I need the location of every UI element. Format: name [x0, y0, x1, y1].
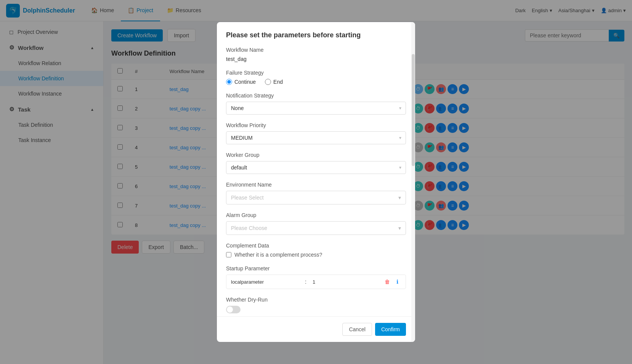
alarm-group-label: Alarm Group	[226, 212, 406, 218]
alarm-select[interactable]: Please Choose ▾	[226, 221, 406, 235]
dry-run-label: Whether Dry-Run	[226, 297, 406, 303]
form-group-dry-run: Whether Dry-Run	[226, 297, 406, 313]
notification-label: Notification Strategy	[226, 93, 406, 99]
modal-scrollbar-track	[411, 22, 415, 342]
alarm-placeholder: Please Choose	[231, 225, 267, 231]
dry-run-toggle[interactable]	[226, 306, 241, 313]
workflow-name-label: Workflow Name	[226, 47, 406, 53]
param-value: 1	[313, 279, 380, 285]
param-delete-icon[interactable]: 🗑	[383, 278, 391, 286]
environment-select[interactable]: Please Select ▾	[226, 191, 406, 204]
worker-group-label: Worker Group	[226, 152, 406, 158]
form-group-notification: Notification Strategy None Success Failu…	[226, 93, 406, 115]
failure-continue-radio[interactable]	[226, 79, 232, 85]
priority-select[interactable]: HIGHEST HIGH MEDIUM LOW LOWEST	[226, 131, 406, 144]
failure-end-radio[interactable]	[265, 79, 271, 85]
modal-scrollbar-thumb[interactable]	[412, 54, 415, 166]
param-name: localparameter	[231, 279, 299, 285]
complement-checkbox-row: Whether it is a complement process?	[226, 252, 406, 258]
modal-dialog: Please set the parameters before startin…	[217, 22, 415, 342]
confirm-button[interactable]: Confirm	[375, 323, 406, 336]
modal-footer: Cancel Confirm	[217, 316, 415, 342]
form-group-failure-strategy: Failure Strategy Continue End	[226, 70, 406, 85]
workflow-name-value: test_dag	[226, 56, 406, 62]
priority-select-wrapper: HIGHEST HIGH MEDIUM LOW LOWEST	[226, 131, 406, 144]
form-group-priority: Workflow Priority HIGHEST HIGH MEDIUM LO…	[226, 122, 406, 144]
environment-chevron-icon: ▾	[398, 195, 401, 201]
notification-select-wrapper: None Success Failure All	[226, 102, 406, 115]
param-actions: 🗑 ℹ	[383, 278, 401, 286]
failure-end-label: End	[273, 79, 283, 85]
failure-end-option[interactable]: End	[265, 79, 283, 85]
environment-label: Environment Name	[226, 182, 406, 188]
failure-continue-option[interactable]: Continue	[226, 79, 256, 85]
modal-title: Please set the parameters before startin…	[226, 31, 406, 39]
param-colon: :	[302, 279, 310, 285]
worker-group-select-wrapper: default	[226, 161, 406, 174]
form-group-complement: Complement Data Whether it is a compleme…	[226, 243, 406, 258]
complement-checkbox-label: Whether it is a complement process?	[234, 252, 322, 258]
cancel-button[interactable]: Cancel	[342, 323, 372, 336]
complement-checkbox[interactable]	[226, 252, 231, 257]
modal-body: Workflow Name test_dag Failure Strategy …	[217, 39, 415, 316]
priority-label: Workflow Priority	[226, 122, 406, 128]
dry-run-slider	[226, 306, 241, 313]
failure-continue-label: Continue	[234, 79, 256, 85]
param-info-icon[interactable]: ℹ	[393, 278, 401, 286]
form-group-startup-param: Startup Parameter localparameter : 1 🗑 ℹ	[226, 265, 406, 289]
alarm-chevron-icon: ▾	[398, 225, 401, 231]
failure-strategy-radio-group: Continue End	[226, 79, 406, 85]
modal-overlay: Please set the parameters before startin…	[0, 0, 632, 364]
form-group-worker-group: Worker Group default	[226, 152, 406, 174]
form-group-alarm: Alarm Group Please Choose ▾	[226, 212, 406, 235]
complement-label: Complement Data	[226, 243, 406, 249]
form-group-workflow-name: Workflow Name test_dag	[226, 47, 406, 62]
environment-placeholder: Please Select	[231, 195, 264, 201]
modal-header: Please set the parameters before startin…	[217, 22, 415, 39]
form-group-environment: Environment Name Please Select ▾	[226, 182, 406, 204]
worker-group-select[interactable]: default	[226, 161, 406, 174]
failure-strategy-label: Failure Strategy	[226, 70, 406, 76]
param-row: localparameter : 1 🗑 ℹ	[226, 275, 406, 289]
notification-select[interactable]: None Success Failure All	[226, 102, 406, 115]
startup-param-label: Startup Parameter	[226, 265, 406, 271]
